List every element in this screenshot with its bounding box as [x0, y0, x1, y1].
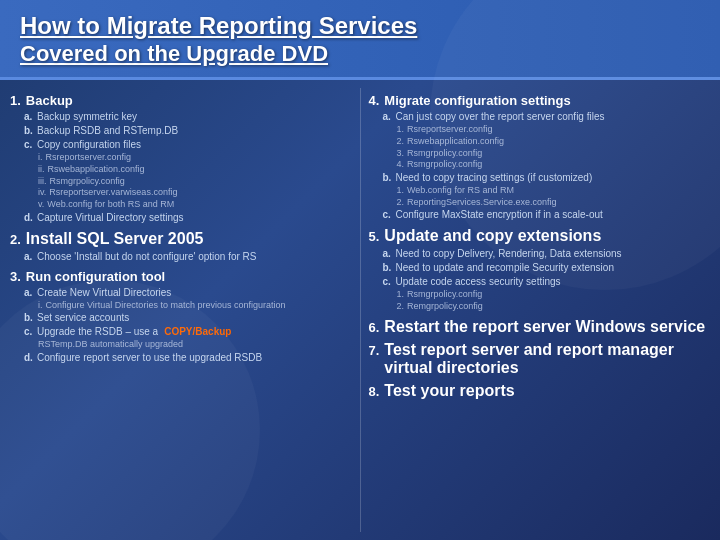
section-7-title-row: 7. Test report server and report manager… [369, 341, 711, 377]
s5-sub-c1: 1. Rsmgrpolicy.config [397, 289, 711, 301]
subitem-rsmgrpolicy: iii. Rsmgrpolicy.config [38, 176, 352, 188]
s4-sub-a3: 3. Rsmgrpolicy.config [397, 148, 711, 160]
section-5-item-b: b. Need to update and recompile Security… [383, 261, 711, 275]
s5-label-a: a. [383, 247, 393, 261]
section-8-title-row: 8. Test your reports [369, 382, 711, 400]
section-1-number: 1. [10, 93, 21, 108]
section-1-item-b: b. Backup RSDB and RSTemp.DB [24, 124, 352, 138]
section-3-item-a: a. Create New Virtual Directories [24, 286, 352, 300]
s4-sub-b2: 2. ReportingServices.Service.exe.config [397, 197, 711, 209]
section-4-title-row: 4. Migrate configuration settings [369, 93, 711, 108]
s4-sub-a4: 4. Rsmgrpolicy.config [397, 159, 711, 171]
s4-sub-a1: 1. Rsreportserver.config [397, 124, 711, 136]
copy-backup-highlight: COPY/Backup [164, 325, 231, 339]
section-4-item-c: c. Configure MaxState encryption if in a… [383, 208, 711, 222]
section-4-item-b: b. Need to copy tracing settings (if cus… [383, 171, 711, 185]
s4-label-a: a. [383, 110, 393, 124]
s3-item-label-d: d. [24, 351, 34, 365]
slide: How to Migrate Reporting Services Covere… [0, 0, 720, 540]
section-5-number: 5. [369, 229, 380, 244]
section-4-number: 4. [369, 93, 380, 108]
section-2-number: 2. [10, 232, 21, 247]
subitem-rswebapplication: ii. Rswebapplication.config [38, 164, 352, 176]
section-1-item-d: d. Capture Virtual Directory settings [24, 211, 352, 225]
right-column: 4. Migrate configuration settings a. Can… [361, 88, 711, 532]
s5-label-b: b. [383, 261, 393, 275]
section-3-title-row: 3. Run configuration tool [10, 269, 352, 284]
s3-subitem-a: i. Configure Virtual Directories to matc… [38, 300, 352, 312]
s4-label-b: b. [383, 171, 393, 185]
section-5-item-a: a. Need to copy Delivery, Rendering, Dat… [383, 247, 711, 261]
section-4-item-a-intro: a. Can just copy over the report server … [383, 110, 711, 124]
section-7-test: 7. Test report server and report manager… [369, 341, 711, 377]
section-6-title: Restart the report server Windows servic… [384, 318, 705, 336]
section-5-title-row: 5. Update and copy extensions [369, 227, 711, 245]
subitem-rsreportserver: i. Rsreportserver.config [38, 152, 352, 164]
subitem-rsreportserver-var: iv. Rsreportserver.varwiseas.config [38, 187, 352, 199]
section-8-test-reports: 8. Test your reports [369, 382, 711, 400]
s3-item-label-c: c. [24, 325, 34, 339]
section-3-title: Run configuration tool [26, 269, 165, 284]
left-column: 1. Backup a. Backup symmetric key b. Bac… [10, 88, 361, 532]
section-6-title-row: 6. Restart the report server Windows ser… [369, 318, 711, 336]
section-3-run: 3. Run configuration tool a. Create New … [10, 269, 352, 365]
section-4-title: Migrate configuration settings [384, 93, 570, 108]
section-2-title-row: 2. Install SQL Server 2005 [10, 230, 352, 248]
item-label-a: a. [24, 110, 34, 124]
section-1-item-a: a. Backup symmetric key [24, 110, 352, 124]
section-3-number: 3. [10, 269, 21, 284]
slide-title: How to Migrate Reporting Services Covere… [20, 12, 700, 67]
s3-subitem-c: RSTemp.DB automatically upgraded [38, 339, 352, 351]
section-1-backup: 1. Backup a. Backup symmetric key b. Bac… [10, 93, 352, 224]
item-label-b: b. [24, 124, 34, 138]
item-label-d: d. [24, 211, 34, 225]
section-2-title: Install SQL Server 2005 [26, 230, 204, 248]
section-7-title: Test report server and report manager vi… [384, 341, 710, 377]
section-3-item-d: d. Configure report server to use the up… [24, 351, 352, 365]
section-3-item-b: b. Set service accounts [24, 311, 352, 325]
section-7-number: 7. [369, 343, 380, 358]
s4-label-c: c. [383, 208, 393, 222]
section-8-title: Test your reports [384, 382, 514, 400]
s5-sub-c2: 2. Remgrpolicy.config [397, 301, 711, 313]
section-1-item-c: c. Copy configuration files [24, 138, 352, 152]
item-label-c: c. [24, 138, 34, 152]
section-5-item-c: c. Update code access security settings [383, 275, 711, 289]
s3-item-label-b: b. [24, 311, 34, 325]
slide-content: 1. Backup a. Backup symmetric key b. Bac… [0, 80, 720, 540]
slide-header: How to Migrate Reporting Services Covere… [0, 0, 720, 80]
section-4-migrate: 4. Migrate configuration settings a. Can… [369, 93, 711, 222]
section-2-item-a: a. Choose 'Install but do not configure'… [24, 250, 352, 264]
section-6-number: 6. [369, 320, 380, 335]
s2-item-label-a: a. [24, 250, 34, 264]
s4-sub-a2: 2. Rswebapplication.config [397, 136, 711, 148]
section-5-update: 5. Update and copy extensions a. Need to… [369, 227, 711, 312]
section-8-number: 8. [369, 384, 380, 399]
section-6-restart: 6. Restart the report server Windows ser… [369, 318, 711, 336]
section-1-title-row: 1. Backup [10, 93, 352, 108]
section-2-install: 2. Install SQL Server 2005 a. Choose 'In… [10, 230, 352, 264]
s4-sub-b1: 1. Web.config for RS and RM [397, 185, 711, 197]
s5-label-c: c. [383, 275, 393, 289]
subitem-webconfig: v. Web.config for both RS and RM [38, 199, 352, 211]
section-3-item-c: c. Upgrade the RSDB – use a COPY/Backup [24, 325, 352, 339]
s3-item-label-a: a. [24, 286, 34, 300]
section-5-title: Update and copy extensions [384, 227, 601, 245]
section-1-title: Backup [26, 93, 73, 108]
